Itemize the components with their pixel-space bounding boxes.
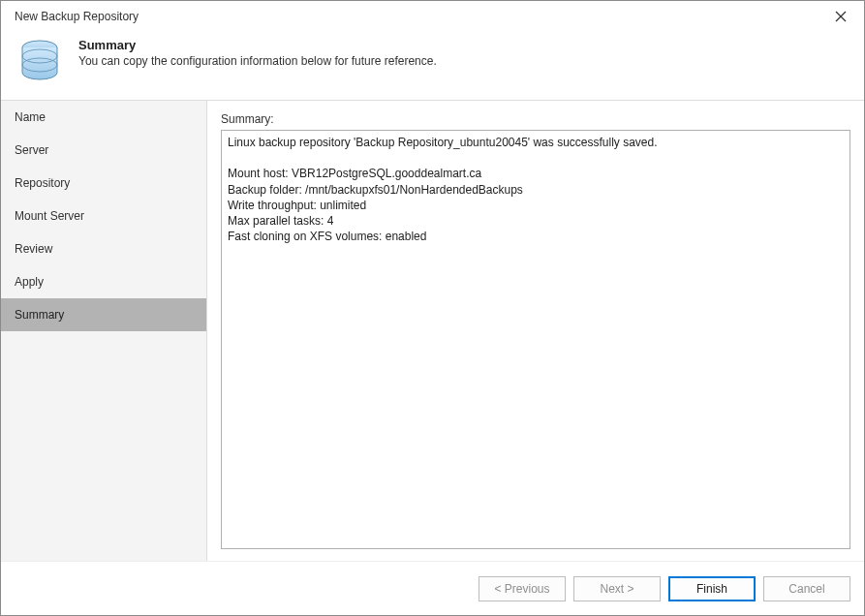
footer: < Previous Next > Finish Cancel [1, 561, 864, 615]
summary-label: Summary: [221, 112, 850, 126]
titlebar: New Backup Repository [1, 1, 864, 32]
dialog-window: New Backup Repository [0, 0, 865, 616]
header-title: Summary [78, 38, 437, 52]
repository-icon [15, 36, 65, 86]
sidebar: Name Server Repository Mount Server Revi… [1, 101, 207, 561]
sidebar-item-mount-server[interactable]: Mount Server [1, 200, 206, 232]
header-text: Summary You can copy the configuration i… [78, 36, 437, 68]
close-icon [835, 11, 847, 22]
sidebar-item-apply[interactable]: Apply [1, 265, 206, 298]
header: Summary You can copy the configuration i… [1, 32, 864, 100]
next-button: Next > [573, 576, 661, 601]
body: Name Server Repository Mount Server Revi… [1, 100, 864, 561]
window-title: New Backup Repository [15, 10, 139, 23]
previous-button: < Previous [479, 576, 566, 601]
close-button[interactable] [827, 3, 854, 30]
sidebar-item-server[interactable]: Server [1, 134, 206, 167]
sidebar-item-repository[interactable]: Repository [1, 167, 206, 200]
main-panel: Summary: [207, 101, 864, 561]
sidebar-item-review[interactable]: Review [1, 232, 206, 265]
summary-textarea[interactable] [221, 130, 850, 549]
sidebar-item-summary[interactable]: Summary [1, 298, 206, 331]
sidebar-item-name[interactable]: Name [1, 101, 206, 134]
finish-button[interactable]: Finish [668, 576, 756, 601]
cancel-button: Cancel [763, 576, 850, 601]
header-subtitle: You can copy the configuration informati… [78, 54, 437, 68]
